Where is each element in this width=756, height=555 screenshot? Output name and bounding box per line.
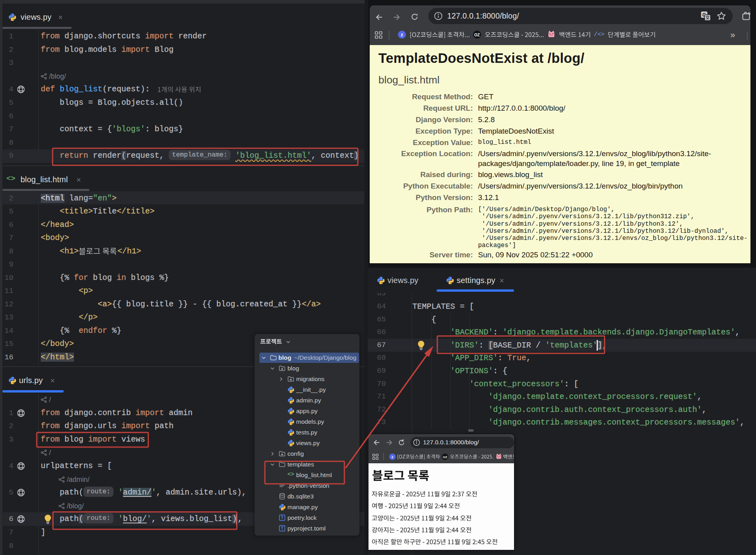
- svg-text:T: T: [281, 515, 283, 520]
- svg-text:OZ: OZ: [443, 455, 447, 459]
- svg-text:z: z: [401, 32, 403, 38]
- svg-text:T: T: [281, 526, 283, 530]
- svg-text:z: z: [391, 455, 393, 459]
- svg-text:OZ: OZ: [474, 33, 480, 37]
